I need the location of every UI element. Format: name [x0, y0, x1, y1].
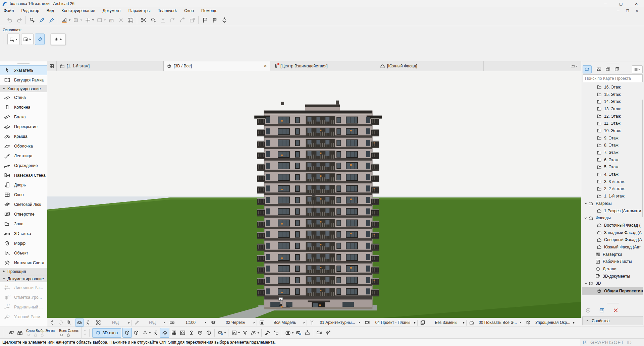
- doc-close-button[interactable]: ✕: [633, 9, 641, 13]
- corner-button[interactable]: [168, 15, 177, 25]
- zoom-select-button[interactable]: [27, 15, 37, 25]
- menu-5[interactable]: Параметры: [125, 8, 154, 13]
- pointer-button[interactable]: [51, 34, 66, 45]
- tree-item-18[interactable]: Фасады: [582, 214, 643, 222]
- layers-button[interactable]: [209, 319, 217, 326]
- house-frame-button[interactable]: [178, 328, 187, 337]
- fit-zoom-button[interactable]: [94, 319, 102, 326]
- settings-button[interactable]: [599, 307, 605, 313]
- publisher-sets-button[interactable]: [613, 66, 621, 73]
- tree-item-21[interactable]: Северный Фасад (А: [582, 236, 643, 243]
- chevron-down-icon[interactable]: [291, 331, 294, 334]
- tree-item-14[interactable]: 2. 2-й этаж: [582, 185, 643, 193]
- tree-item-28[interactable]: Общая Перспектив: [582, 287, 643, 295]
- unlock-sm-icon[interactable]: [40, 333, 44, 337]
- set-square-button[interactable]: [59, 15, 69, 25]
- flag1-button[interactable]: [200, 15, 210, 25]
- search-input[interactable]: [583, 74, 643, 82]
- pet1-button[interactable]: [7, 34, 20, 45]
- toolbox-section-22[interactable]: Документирование: [0, 275, 47, 282]
- toolbox-item-9[interactable]: Лестница: [0, 151, 47, 161]
- toolbox-item-25[interactable]: 1.2 Радиальный ...: [0, 302, 47, 312]
- x-mark-button[interactable]: [116, 15, 126, 25]
- add-button[interactable]: [585, 307, 591, 313]
- 3d-viewport[interactable]: yx: [47, 71, 581, 318]
- orbit-button[interactable]: [160, 328, 169, 338]
- toolbox-item-20[interactable]: Источник Света: [0, 258, 47, 268]
- fav-box-button[interactable]: [95, 15, 104, 25]
- menu-3[interactable]: Конструирование: [58, 8, 99, 13]
- tree-item-20[interactable]: Западный Фасад (А: [582, 229, 643, 236]
- toolbox-item-18[interactable]: Морф: [0, 238, 47, 248]
- pet2-button[interactable]: [21, 34, 34, 45]
- col-arrow-button[interactable]: [158, 15, 168, 25]
- flag2-button[interactable]: [210, 15, 219, 25]
- house-sm-button[interactable]: [468, 319, 476, 326]
- toolbox-item-19[interactable]: Объект: [0, 248, 47, 258]
- quickbar-dropdown[interactable]: Н/Д: [102, 320, 130, 325]
- undo-small-icon[interactable]: [83, 333, 87, 337]
- tab-1[interactable]: [3D / Все] ✕: [163, 61, 270, 71]
- lock-sm-icon[interactable]: [66, 333, 70, 337]
- penset-button[interactable]: [258, 319, 266, 326]
- menu-0[interactable]: Файл: [0, 8, 17, 13]
- box-arrow-button[interactable]: [187, 15, 197, 25]
- tree-item-3[interactable]: 13. Этаж: [582, 105, 643, 113]
- chevron-down-icon[interactable]: [80, 18, 83, 21]
- redo-small-icon[interactable]: [83, 329, 87, 333]
- toolbox-item-4[interactable]: Колонна: [0, 102, 47, 112]
- minimize-button[interactable]: ─: [598, 0, 613, 7]
- tab-0[interactable]: [1. 1-й этаж]: [57, 61, 163, 71]
- nav-back-button[interactable]: [49, 319, 57, 326]
- navigator-splitter[interactable]: [582, 301, 643, 305]
- toolbox-item-17[interactable]: 3D-сетка: [0, 229, 47, 238]
- tree-item-10[interactable]: 6. Этаж: [582, 156, 643, 164]
- anchor-c-button[interactable]: [219, 15, 229, 25]
- toolbox-item-3[interactable]: Стена: [0, 93, 47, 102]
- toolbox-item-8[interactable]: Оболочка: [0, 141, 47, 151]
- toolbox-item-1[interactable]: Бегущая Рамка: [0, 75, 47, 85]
- menu-6[interactable]: Teamwork: [154, 8, 180, 13]
- tree-item-19[interactable]: Восточный Фасад (: [582, 222, 643, 229]
- chevron-down-icon[interactable]: [68, 18, 71, 21]
- tree-item-2[interactable]: 14. Этаж: [582, 98, 643, 105]
- close-button[interactable]: ✕: [629, 0, 644, 7]
- chevron-down-icon[interactable]: [148, 331, 151, 334]
- toolbox-item-12[interactable]: Дверь: [0, 180, 47, 190]
- eye-swap-button[interactable]: [7, 328, 15, 337]
- toolbar-drag-handle[interactable]: [2, 16, 4, 24]
- inject-button[interactable]: [47, 15, 56, 25]
- project-map-button[interactable]: [583, 65, 592, 73]
- tree-item-12[interactable]: 4. Этаж: [582, 171, 643, 178]
- sec-plane-button[interactable]: [204, 328, 213, 337]
- chevron-down-icon[interactable]: [575, 65, 578, 68]
- row2-drag-handle[interactable]: [4, 329, 6, 337]
- toolbox-item-24[interactable]: 1.2 Отметка Уро...: [0, 292, 47, 302]
- tree-item-25[interactable]: Детали: [582, 265, 643, 273]
- dim-12-button[interactable]: 12: [106, 15, 116, 25]
- tree-item-6[interactable]: 10. Этаж: [582, 127, 643, 134]
- cube-sm-button[interactable]: [132, 328, 141, 337]
- quickbar-dropdown[interactable]: 01 Архитектурны...: [316, 320, 361, 325]
- trans-box-button[interactable]: [126, 15, 136, 25]
- toolbox-item-16[interactable]: Зона: [0, 219, 47, 229]
- pen-gy-button[interactable]: [133, 319, 141, 326]
- grid-box-button[interactable]: [169, 328, 178, 337]
- chevron-down-icon[interactable]: [237, 331, 240, 334]
- toolbox-section-2[interactable]: Конструирование: [0, 85, 47, 92]
- menu-4[interactable]: Документ: [99, 8, 125, 13]
- navigator-drag-handle[interactable]: [582, 61, 643, 65]
- lock-sm-icon[interactable]: [34, 333, 38, 337]
- cube-3d-button[interactable]: [524, 319, 532, 326]
- toolbox-item-13[interactable]: Окно: [0, 190, 47, 199]
- menu-2[interactable]: Вид: [43, 8, 58, 13]
- toolbox-item-11[interactable]: Навесная Стена: [0, 170, 47, 180]
- toolbox-item-6[interactable]: Перекрытие: [0, 122, 47, 131]
- video-cam-button[interactable]: [315, 328, 323, 337]
- delete-button[interactable]: [613, 307, 619, 313]
- quickbar-dropdown[interactable]: 1:100: [176, 320, 207, 325]
- tree-item-22[interactable]: Южный Фасад (Авт: [582, 243, 643, 251]
- quickbar-dropdown[interactable]: 04 Проект - Планы: [371, 320, 416, 325]
- tab-close-button[interactable]: ✕: [264, 64, 267, 68]
- walk-button[interactable]: [84, 319, 92, 326]
